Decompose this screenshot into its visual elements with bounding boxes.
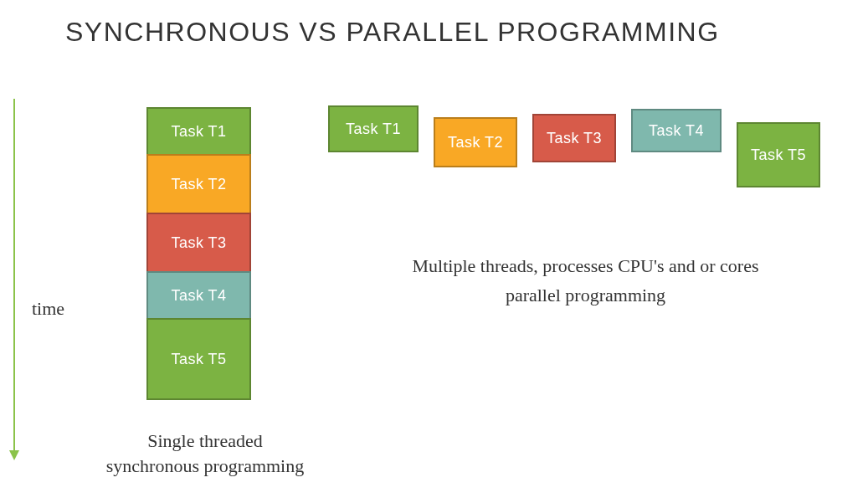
sync-task: Task T4 [146,271,251,320]
synchronous-column: Task T1Task T2Task T3Task T4Task T5 [146,107,251,398]
sync-task: Task T1 [146,107,251,156]
parallel-task: Task T1 [328,105,419,152]
parallel-task: Task T3 [532,114,616,162]
caption-line: Single threaded [147,430,262,451]
page-title: SYNCHRONOUS VS PARALLEL PROGRAMMING [65,17,720,48]
sync-task: Task T5 [146,318,251,400]
parallel-caption: Multiple threads, processes CPU's and or… [328,251,843,310]
synchronous-caption: Single threaded synchronous programming [80,429,331,478]
sync-task: Task T3 [146,213,251,273]
sync-task: Task T2 [146,154,251,214]
parallel-task: Task T5 [737,122,820,187]
time-axis-arrow [13,99,15,459]
time-axis-label: time [32,298,64,320]
parallel-row: Task T1Task T2Task T3Task T4Task T5 [328,105,868,187]
parallel-task: Task T4 [631,109,722,152]
caption-line: Multiple threads, processes CPU's and or… [413,255,759,276]
caption-line: parallel programming [506,285,665,305]
caption-line: synchronous programming [106,455,304,476]
parallel-task: Task T2 [434,117,517,167]
